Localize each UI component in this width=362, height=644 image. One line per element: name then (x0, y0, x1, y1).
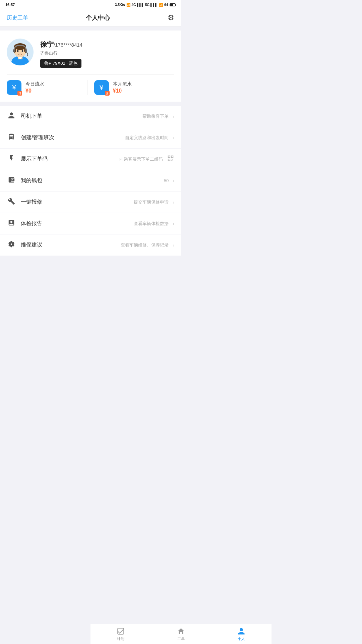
menu-card: 司机下单 帮助乘客下单 › 创建/管理班次 自定义线路和出发时间 › 展示下单码… (0, 106, 181, 256)
maintenance-icon (7, 240, 16, 250)
lightning-icon (7, 155, 16, 164)
menu-show-qr-desc: 向乘客展示下单二维码 (119, 156, 163, 162)
status-time: 16:57 (5, 3, 15, 7)
company-name: 齐鲁出行 (40, 50, 174, 56)
svg-point-9 (22, 50, 23, 52)
month-value: ¥10 (113, 88, 132, 94)
svg-point-8 (17, 50, 19, 52)
history-orders-link[interactable]: 历史工单 (7, 14, 28, 21)
menu-health-desc: 查看车辆体检数据 (134, 221, 169, 227)
menu-maintenance-desc: 查看车辆维修、保养记录 (121, 242, 169, 248)
svg-rect-11 (13, 50, 15, 52)
stats-row: ¥ 日 今日流水 ¥0 ¥ 月 本月流水 ¥10 (7, 74, 174, 95)
settings-icon[interactable]: ⚙ (168, 13, 174, 22)
chevron-right-icon-2: › (173, 135, 174, 141)
menu-driver-order-label: 司机下单 (21, 113, 142, 120)
svg-point-10 (19, 53, 21, 54)
today-revenue[interactable]: ¥ 日 今日流水 ¥0 (7, 80, 87, 95)
menu-wallet-desc: ¥0 (164, 178, 169, 183)
profile-info: 徐宁/176****8414 齐鲁出行 鲁P 79X02 · 蓝色 (40, 39, 174, 68)
menu-repair-label: 一键报修 (21, 199, 134, 206)
menu-health-label: 体检报告 (21, 220, 134, 227)
today-label: 今日流水 (25, 81, 44, 87)
network-speed: 3.5K/s (115, 3, 125, 7)
chevron-right-icon: › (173, 114, 174, 119)
battery-indicator: 64 (164, 3, 176, 7)
status-right: 3.5K/s 📶 4G ▌▌▌ 5G ▌▌▌ 📶 64 (115, 3, 176, 7)
chevron-right-icon-3: › (173, 178, 174, 183)
chevron-right-icon-6: › (173, 243, 174, 248)
menu-show-qr[interactable]: 展示下单码 向乘客展示下单二维码 (0, 149, 181, 170)
menu-repair[interactable]: 一键报修 提交车辆保修申请 › (0, 192, 181, 213)
battery-icon-shape (170, 3, 176, 6)
menu-repair-desc: 提交车辆保修申请 (134, 199, 169, 205)
menu-maintenance-label: 维保建议 (21, 241, 121, 249)
qr-code-icon (167, 155, 174, 164)
menu-manage-trip-desc: 自定义线路和出发时间 (125, 135, 169, 141)
driver-name: 徐宁/176****8414 (40, 40, 174, 49)
page-title: 个人中心 (86, 14, 110, 22)
today-value: ¥0 (25, 88, 44, 94)
menu-driver-order[interactable]: 司机下单 帮助乘客下单 › (0, 106, 181, 127)
today-icon: ¥ 日 (7, 80, 21, 95)
bluetooth-icon: 📶 (126, 3, 130, 7)
menu-health-report[interactable]: 体检报告 查看车辆体检数据 › (0, 213, 181, 234)
header: 历史工单 个人中心 ⚙ (0, 9, 181, 26)
wrench-icon (7, 198, 16, 207)
wifi-icon: 📶 (159, 3, 163, 7)
chevron-right-icon-4: › (173, 200, 174, 205)
menu-maintenance[interactable]: 维保建议 查看车辆维修、保养记录 › (0, 234, 181, 256)
person-icon (7, 112, 16, 121)
profile-card: 徐宁/176****8414 齐鲁出行 鲁P 79X02 · 蓝色 ¥ 日 今日… (0, 31, 181, 102)
svg-rect-12 (25, 50, 27, 52)
plate-badge: 鲁P 79X02 · 蓝色 (40, 59, 81, 68)
menu-manage-trip-label: 创建/管理班次 (21, 134, 125, 141)
month-revenue[interactable]: ¥ 月 本月流水 ¥10 (87, 80, 175, 95)
month-label: 本月流水 (113, 81, 132, 87)
month-icon: ¥ 月 (94, 80, 109, 95)
bus-icon (7, 133, 16, 142)
chevron-right-icon-5: › (173, 221, 174, 226)
menu-wallet[interactable]: 我的钱包 ¥0 › (0, 170, 181, 192)
menu-show-qr-label: 展示下单码 (21, 156, 119, 163)
menu-driver-order-desc: 帮助乘客下单 (142, 113, 169, 119)
signal-icons: 4G ▌▌▌ 5G ▌▌▌ (132, 3, 158, 7)
avatar (7, 39, 34, 65)
svg-point-13 (27, 55, 28, 56)
profile-top: 徐宁/176****8414 齐鲁出行 鲁P 79X02 · 蓝色 (7, 39, 174, 68)
medical-icon (7, 219, 16, 228)
wallet-icon (7, 176, 16, 185)
menu-manage-trip[interactable]: 创建/管理班次 自定义线路和出发时间 › (0, 127, 181, 149)
menu-wallet-label: 我的钱包 (21, 177, 164, 184)
status-bar: 16:57 3.5K/s 📶 4G ▌▌▌ 5G ▌▌▌ 📶 64 (0, 0, 181, 9)
